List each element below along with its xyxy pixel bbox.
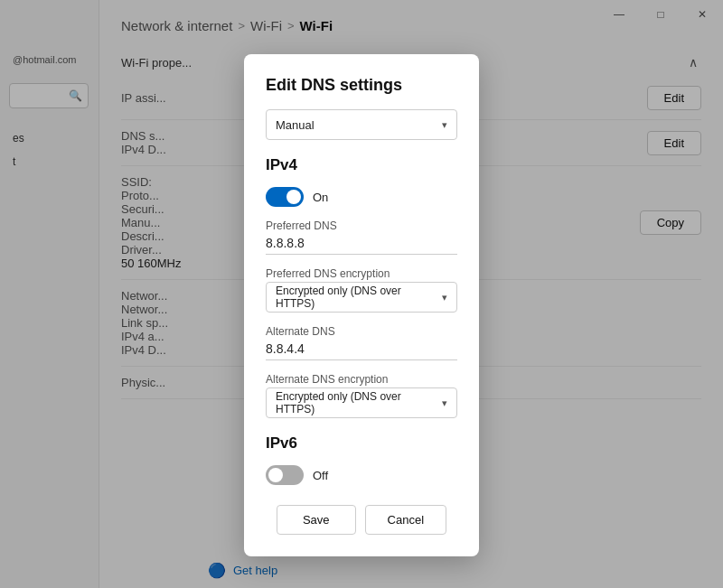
dialog-footer: Save Cancel <box>266 505 457 535</box>
titlebar: — □ ✕ <box>598 0 723 29</box>
cancel-button[interactable]: Cancel <box>365 505 446 535</box>
preferred-dns-encryption-dropdown[interactable]: Encrypted only (DNS over HTTPS) ▾ <box>266 282 457 313</box>
close-button[interactable]: ✕ <box>681 0 723 29</box>
mode-dropdown-value: Manual <box>276 118 315 132</box>
preferred-dns-input[interactable] <box>266 234 457 255</box>
maximize-button[interactable]: □ <box>640 0 681 29</box>
alternate-dns-label: Alternate DNS <box>266 325 457 338</box>
preferred-dns-encryption-label: Preferred DNS encryption <box>266 267 457 280</box>
edit-dns-dialog: Edit DNS settings Manual ▾ IPv4 On Prefe… <box>244 54 479 556</box>
dialog-title: Edit DNS settings <box>266 76 457 95</box>
preferred-dns-label: Preferred DNS <box>266 219 457 232</box>
minimize-button[interactable]: — <box>598 0 640 29</box>
ipv4-toggle-row: On <box>266 187 457 207</box>
ipv6-toggle-thumb <box>268 468 283 482</box>
preferred-dns-encryption-value: Encrypted only (DNS over HTTPS) <box>276 285 442 310</box>
ipv4-toggle-thumb <box>286 190 301 204</box>
preferred-dns-group: Preferred DNS <box>266 219 457 255</box>
ipv6-toggle[interactable] <box>266 465 304 485</box>
preferred-dns-encryption-group: Preferred DNS encryption Encrypted only … <box>266 267 457 313</box>
ipv6-heading: IPv6 <box>266 434 457 453</box>
dialog-overlay: Edit DNS settings Manual ▾ IPv4 On Prefe… <box>0 0 723 588</box>
mode-dropdown[interactable]: Manual ▾ <box>266 109 457 140</box>
ipv6-toggle-row: Off <box>266 465 457 485</box>
alternate-dns-encryption-dropdown[interactable]: Encrypted only (DNS over HTTPS) ▾ <box>266 387 457 418</box>
alternate-dns-group: Alternate DNS <box>266 325 457 360</box>
alternate-dns-input[interactable] <box>266 340 457 360</box>
alternate-dns-encryption-group: Alternate DNS encryption Encrypted only … <box>266 373 457 418</box>
dropdown-arrow-icon: ▾ <box>442 119 447 131</box>
ipv4-toggle-label: On <box>313 191 328 204</box>
alternate-dns-encryption-label: Alternate DNS encryption <box>266 373 457 386</box>
pref-enc-dropdown-arrow-icon: ▾ <box>442 292 447 303</box>
save-button[interactable]: Save <box>277 505 356 535</box>
alt-enc-dropdown-arrow-icon: ▾ <box>442 397 447 409</box>
ipv4-heading: IPv4 <box>266 156 457 174</box>
ipv4-toggle[interactable] <box>266 187 304 207</box>
ipv6-toggle-label: Off <box>313 469 328 482</box>
alternate-dns-encryption-value: Encrypted only (DNS over HTTPS) <box>276 390 442 415</box>
